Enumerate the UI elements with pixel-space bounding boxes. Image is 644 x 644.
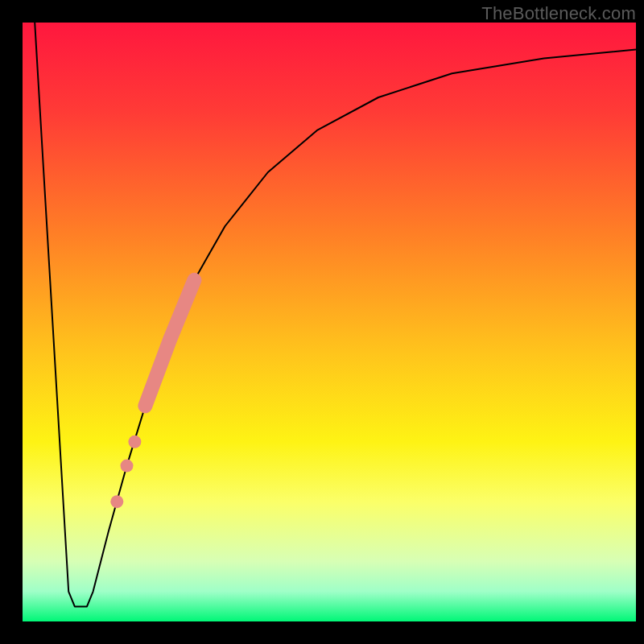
chart-container: TheBottleneck.com	[0, 0, 644, 644]
plot-area	[23, 23, 636, 621]
watermark-label: TheBottleneck.com	[481, 3, 636, 24]
highlight-dot	[121, 460, 134, 473]
bottleneck-chart	[0, 0, 644, 644]
highlight-dot	[128, 436, 141, 448]
highlight-dot	[110, 495, 123, 508]
